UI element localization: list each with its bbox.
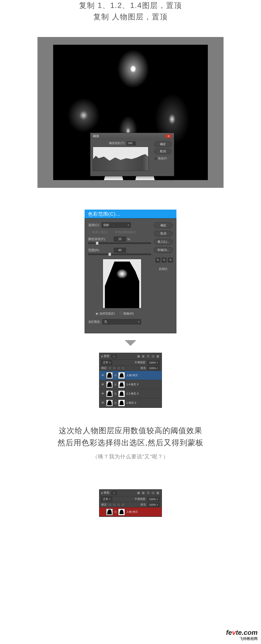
link-icon: ⛓ — [114, 383, 117, 386]
filter-smart-icon[interactable]: ◧ — [156, 354, 160, 358]
visibility-icon[interactable]: 👁 — [101, 374, 105, 377]
explanation-sub: （咦？我为什么要说"又"呢？） — [0, 453, 261, 460]
cr-save-button[interactable]: 存储(S)... — [154, 247, 173, 253]
opacity-input[interactable]: 100%▾ — [148, 361, 160, 364]
filter-smart-icon[interactable]: ◧ — [156, 491, 160, 495]
threshold-dialog: 阈值 ✕ 阈值色阶(T): 240 确定 取消 ✓ 预览(P) — [90, 133, 174, 176]
fill-input[interactable]: 100%▾ — [148, 366, 160, 370]
filter-adjust-icon[interactable]: ◐ — [142, 354, 145, 358]
chevron-down-icon: ▾ — [128, 224, 129, 226]
cr-preview-dropdown[interactable]: 无 ▾ — [102, 319, 141, 324]
cr-select-label: 选择(C): — [88, 223, 100, 227]
layers-panel-2: ρ 类型 ≑ ▦ ◐ T ▭ ◧ 正常▾ 不透明度: 100%▾ 锁定: 填充:… — [99, 489, 162, 517]
layer-item[interactable]: 👁 ⛓ 1 拷贝 3 — [99, 398, 162, 408]
mask-thumb[interactable] — [118, 372, 125, 379]
watermark: fevte.com 飞特教程网 — [226, 629, 258, 641]
link-icon: ⛓ — [114, 392, 117, 395]
lp-kind-dropdown-2[interactable]: ≑ — [112, 491, 117, 494]
filter-shape-icon[interactable]: ▭ — [151, 491, 155, 495]
lp-kind-label-2: ρ 类型 — [101, 491, 110, 495]
layer-item[interactable]: 👁 ⛓ 1.4 拷贝 3 — [99, 380, 162, 389]
chevron-down-icon: ▾ — [138, 320, 140, 323]
lock-position-icon[interactable] — [117, 366, 120, 370]
cr-fuzziness-slider[interactable] — [88, 242, 151, 244]
blend-mode-dropdown-2[interactable]: 正常▾ — [101, 497, 112, 501]
filter-type-icon[interactable]: T — [146, 354, 150, 358]
threshold-cancel-button[interactable]: 取消 — [154, 148, 172, 154]
arrow-down-icon — [125, 340, 136, 346]
layer-item[interactable]: 👁 ⛓ 人物 拷贝 — [99, 371, 162, 380]
color-range-menu-item[interactable]: 色彩范围(C)... — [84, 210, 176, 218]
instruction-line-2: 复制 人物图层，置顶 — [0, 11, 261, 23]
layer-thumb — [106, 381, 113, 388]
cr-radio-image[interactable]: 图像(M) — [120, 312, 134, 316]
opacity-input-2[interactable]: 100%▾ — [148, 497, 160, 501]
threshold-level-input[interactable]: 240 — [127, 142, 136, 145]
threshold-ok-button[interactable]: 确定 — [154, 141, 172, 147]
layer-thumb — [106, 372, 113, 379]
mask-thumb[interactable] — [118, 390, 125, 397]
lp-kind-dropdown[interactable]: ≑ — [112, 355, 117, 358]
mask-thumb[interactable] — [118, 381, 125, 388]
lock-position-icon[interactable] — [117, 503, 120, 506]
close-icon[interactable]: ✕ — [165, 134, 172, 138]
layer-item[interactable]: ⛓ 人物 拷贝 — [99, 508, 162, 516]
cr-range-slider[interactable] — [88, 254, 151, 255]
layers-panel-1: ρ 类型 ≑ ▦ ◐ T ▭ ◧ 正常▾ 不透明度: 100%▾ 锁定: 填充:… — [99, 353, 162, 408]
threshold-level-label: 阈值色阶(T): — [109, 142, 125, 145]
cr-select-dropdown[interactable]: 阴影 ▾ — [102, 222, 131, 228]
lock-transparent-icon[interactable] — [108, 503, 112, 506]
lock-all-icon[interactable] — [121, 503, 125, 506]
threshold-preview-checkbox[interactable]: ✓ 预览(P) — [154, 157, 172, 160]
top-instructions: 复制 1、1.2、1.4图层，置顶 复制 人物图层，置顶 — [0, 0, 261, 22]
visibility-icon[interactable]: 👁 — [101, 383, 105, 386]
link-icon: ⛓ — [114, 402, 117, 404]
filter-type-icon[interactable]: T — [146, 491, 150, 495]
link-icon: ⛓ — [114, 374, 117, 377]
lock-transparent-icon[interactable] — [108, 366, 112, 370]
cr-invert-checkbox[interactable] — [154, 268, 157, 270]
filter-pixel-icon[interactable]: ▦ — [136, 491, 140, 495]
eyedropper-sub-icon[interactable]: ✎ — [168, 258, 173, 262]
cr-fuzziness-label: 颜色容差(F): — [88, 237, 112, 241]
mask-thumb[interactable] — [118, 508, 125, 516]
visibility-icon[interactable]: 👁 — [101, 401, 105, 405]
link-icon: ⛓ — [114, 510, 117, 513]
cr-radio-selection[interactable]: 选择范围(E) — [96, 312, 115, 316]
explanation: 这次给人物图层应用数值较高的阈值效果 然后用色彩选择得出选区,然后又得到蒙板 — [0, 425, 261, 449]
filter-adjust-icon[interactable]: ◐ — [142, 491, 145, 495]
eyedropper-icon[interactable]: ✎ — [156, 258, 160, 262]
main-screenshot: 阈值 ✕ 阈值色阶(T): 240 确定 取消 ✓ 预览(P) — [38, 37, 224, 188]
cr-ok-button[interactable]: 确定 — [154, 222, 173, 228]
threshold-titlebar: 阈值 ✕ — [90, 133, 174, 139]
threshold-level-row: 阈值色阶(T): 240 — [93, 141, 152, 145]
color-range-dialog: 选择(C): 阴影 ▾ 检测人脸(D) 本地化颜色簇(Z) 颜色容差(F): 2… — [84, 218, 176, 333]
cr-range-input[interactable]: 40 — [114, 248, 126, 252]
layer-thumb — [106, 390, 113, 397]
visibility-icon[interactable]: 👁 — [101, 392, 105, 396]
threshold-histogram — [93, 147, 148, 171]
cr-preview-label: 选区预览: — [88, 320, 100, 324]
cr-cancel-button[interactable]: 取消 — [154, 230, 173, 236]
mask-thumb[interactable] — [118, 400, 125, 406]
layer-thumb — [106, 508, 113, 516]
layer-thumb — [106, 400, 113, 406]
fill-input-2[interactable]: 100%▾ — [148, 503, 160, 507]
instruction-line-1: 复制 1、1.2、1.4图层，置顶 — [0, 0, 261, 11]
layer-item[interactable]: 👁 ⛓ 1.2 拷贝 3 — [99, 389, 162, 398]
blend-mode-dropdown[interactable]: 正常▾ — [101, 360, 112, 365]
cr-load-button[interactable]: 载入(L)... — [154, 239, 173, 245]
filter-pixel-icon[interactable]: ▦ — [136, 354, 140, 358]
lock-all-icon[interactable] — [121, 366, 125, 370]
cr-range-label: 范围(R): — [88, 248, 112, 252]
lp-kind-label: ρ 类型 — [101, 354, 110, 358]
cr-fuzziness-input[interactable]: 20 — [114, 237, 126, 242]
cr-preview — [103, 259, 142, 308]
lock-pixels-icon[interactable] — [112, 366, 116, 370]
lock-pixels-icon[interactable] — [112, 503, 116, 506]
threshold-title-text: 阈值 — [93, 134, 99, 138]
eyedropper-add-icon[interactable]: ✎ — [162, 258, 166, 262]
filter-shape-icon[interactable]: ▭ — [151, 354, 155, 358]
